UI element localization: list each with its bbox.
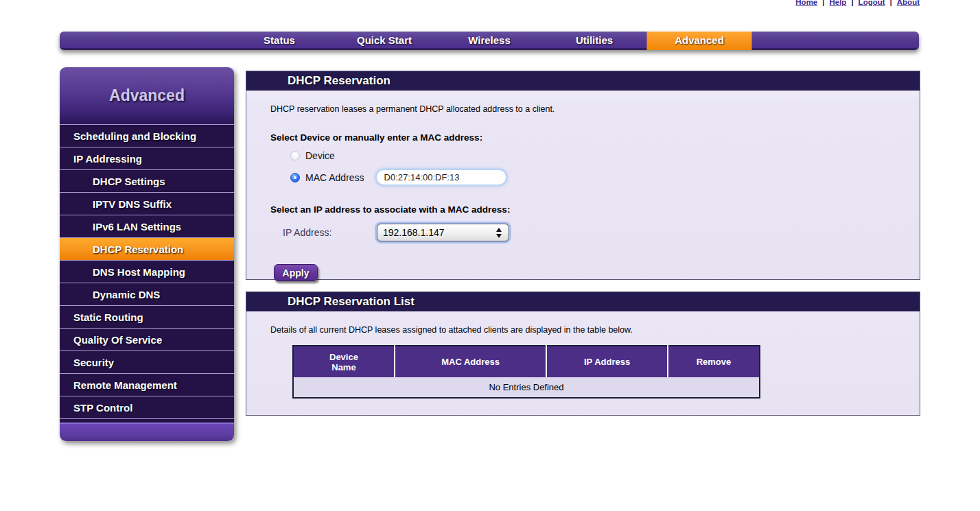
help-link[interactable]: Help [829,0,846,6]
sidebar-item-ipv6-lan-settings[interactable]: IPv6 LAN Settings [60,215,234,237]
sidebar-item-dynamic-dns[interactable]: Dynamic DNS [60,283,234,305]
select-stepper-icon[interactable] [496,228,503,238]
column-header-ip-address: IP Address [546,346,668,377]
sidebar-item-ip-addressing[interactable]: IP Addressing [60,147,234,169]
dhcp-reservation-panel-title: DHCP Reservation [246,71,920,91]
sidebar-item-remote-management[interactable]: Remote Management [60,373,234,396]
link-separator: | [885,0,897,6]
sidebar-item-dhcp-reservation[interactable]: DHCP Reservation [60,237,234,260]
tab-quick-start[interactable]: Quick Start [332,32,437,50]
device-radio-label[interactable]: Device [305,150,335,161]
mac-address-input[interactable] [375,169,507,186]
sidebar-item-iptv-dns-suffix[interactable]: IPTV DNS Suffix [60,192,234,215]
dhcp-reservation-list-panel: DHCP Reservation List Details of all cur… [246,292,920,416]
arrow-down-icon [496,234,502,238]
apply-button[interactable]: Apply [274,264,318,281]
select-ip-heading: Select an IP address to associate with a… [270,204,920,215]
tab-wireless[interactable]: Wireless [437,32,542,50]
sidebar-title: Advanced [60,67,234,124]
sidebar-item-quality-of-service[interactable]: Quality Of Service [60,328,234,350]
sidebar-item-static-routing[interactable]: Static Routing [60,305,234,328]
device-radio[interactable] [290,151,300,161]
ip-address-select[interactable]: 192.168.1.147 [377,224,509,241]
mac-address-radio-row: MAC Address [290,169,920,186]
table-header-row: Device Name MAC Address IP Address Remov… [293,346,760,377]
ip-address-selected-value: 192.168.1.147 [383,227,496,238]
column-header-remove: Remove [668,346,760,377]
nav-tabs: Status Quick Start Wireless Utilities Ad… [227,32,752,50]
device-radio-row: Device [290,150,920,161]
mac-address-radio[interactable] [290,173,300,182]
tab-advanced[interactable]: Advanced [647,32,752,50]
sidebar-item-stp-control[interactable]: STP Control [60,396,234,418]
dhcp-reservation-table: Device Name MAC Address IP Address Remov… [292,345,760,399]
dhcp-reservation-list-description: Details of all current DHCP leases assig… [270,325,920,335]
dhcp-reservation-description: DHCP reservation leases a permanent DHCP… [270,104,920,114]
top-utility-links: Home|Help|Logout|About [795,0,920,6]
column-header-device-name: Device Name [293,346,395,377]
no-entries-message: No Entries Defined [293,377,760,398]
tab-status[interactable]: Status [227,32,332,50]
sidebar-item-security[interactable]: Security [60,350,234,373]
mac-address-radio-label[interactable]: MAC Address [305,172,364,183]
dhcp-reservation-panel: DHCP Reservation DHCP reservation leases… [246,71,920,280]
link-separator: | [846,0,858,6]
advanced-sidebar: Advanced Scheduling and Blocking IP Addr… [60,67,234,441]
about-link[interactable]: About [897,0,920,6]
table-empty-row: No Entries Defined [293,377,760,398]
link-separator: | [817,0,829,6]
main-navbar: Status Quick Start Wireless Utilities Ad… [60,32,919,50]
home-link[interactable]: Home [795,0,817,6]
dhcp-reservation-list-title: DHCP Reservation List [246,292,920,311]
arrow-up-icon [496,228,502,232]
ip-address-label: IP Address: [283,227,377,238]
sidebar-item-dns-host-mapping[interactable]: DNS Host Mapping [60,260,234,283]
ip-address-row: IP Address: 192.168.1.147 [283,224,920,241]
sidebar-item-dhcp-settings[interactable]: DHCP Settings [60,169,234,192]
sidebar-footer [60,423,234,441]
column-header-mac-address: MAC Address [395,346,546,377]
logout-link[interactable]: Logout [859,0,885,6]
sidebar-item-scheduling-and-blocking[interactable]: Scheduling and Blocking [60,124,234,147]
tab-utilities[interactable]: Utilities [542,32,647,50]
select-device-heading: Select Device or manually enter a MAC ad… [270,132,920,143]
